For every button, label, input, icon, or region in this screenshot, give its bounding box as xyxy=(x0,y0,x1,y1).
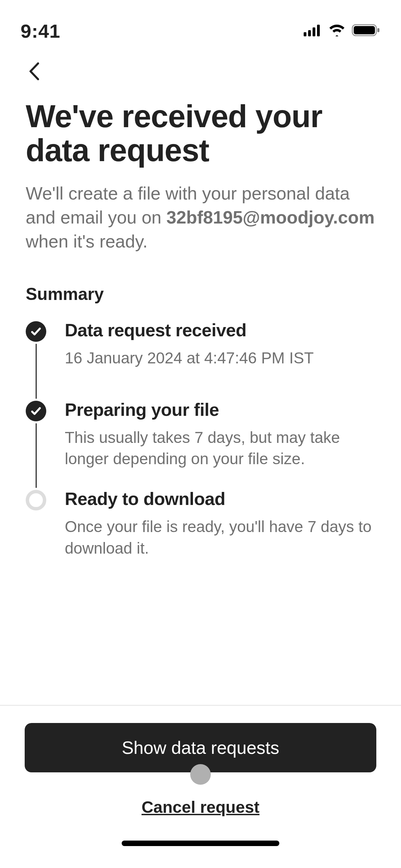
status-time: 9:41 xyxy=(21,20,60,42)
page-title: We've received your data request xyxy=(26,99,375,168)
show-data-requests-button[interactable]: Show data requests xyxy=(25,723,376,772)
status-icons xyxy=(304,23,380,38)
wifi-icon xyxy=(328,24,345,38)
step-indicator-col xyxy=(26,401,46,490)
screen: 9:41 We've received your data request We… xyxy=(0,0,401,868)
timeline: Data request received 16 January 2024 at… xyxy=(26,321,375,579)
step-title: Ready to download xyxy=(65,489,375,509)
svg-rect-6 xyxy=(377,28,379,32)
step-body: Ready to download Once your file is read… xyxy=(65,490,375,579)
step-desc: Once your file is ready, you'll have 7 d… xyxy=(65,516,375,558)
step-body: Data request received 16 January 2024 at… xyxy=(65,321,375,401)
status-bar: 9:41 xyxy=(0,0,401,48)
timeline-step: Preparing your file This usually takes 7… xyxy=(26,401,375,490)
step-body: Preparing your file This usually takes 7… xyxy=(65,401,375,490)
battery-icon xyxy=(352,23,380,38)
summary-heading: Summary xyxy=(26,284,375,304)
svg-rect-5 xyxy=(354,26,375,34)
timeline-step: Data request received 16 January 2024 at… xyxy=(26,321,375,401)
subtitle-post: when it's ready. xyxy=(26,231,148,251)
svg-rect-1 xyxy=(308,30,311,36)
chevron-left-icon xyxy=(28,62,40,82)
step-connector xyxy=(36,344,37,399)
subtitle-email: 32bf8195@moodjoy.com xyxy=(167,207,375,227)
step-connector xyxy=(36,423,37,488)
nav-bar xyxy=(0,48,401,89)
bottom-bar: Show data requests Cancel request xyxy=(0,705,401,868)
step-desc: This usually takes 7 days, but may take … xyxy=(65,427,375,469)
svg-rect-0 xyxy=(304,32,306,36)
step-title: Preparing your file xyxy=(65,399,375,420)
checkmark-done-icon xyxy=(26,401,46,421)
touch-indicator-icon xyxy=(190,764,211,785)
primary-button-label: Show data requests xyxy=(122,738,279,758)
svg-rect-2 xyxy=(313,27,315,36)
content: We've received your data request We'll c… xyxy=(0,89,401,705)
checkmark-done-icon xyxy=(26,321,46,342)
step-title: Data request received xyxy=(65,320,375,340)
home-indicator[interactable] xyxy=(122,841,279,846)
timeline-step: Ready to download Once your file is read… xyxy=(26,490,375,579)
step-indicator-col xyxy=(26,321,46,401)
step-indicator-col xyxy=(26,490,46,579)
page-subtitle: We'll create a file with your personal d… xyxy=(26,181,375,254)
cancel-request-button[interactable]: Cancel request xyxy=(142,798,259,817)
circle-pending-icon xyxy=(26,490,46,510)
back-button[interactable] xyxy=(24,62,45,82)
cellular-icon xyxy=(304,24,322,38)
step-desc: 16 January 2024 at 4:47:46 PM IST xyxy=(65,347,375,369)
svg-rect-3 xyxy=(317,25,320,36)
